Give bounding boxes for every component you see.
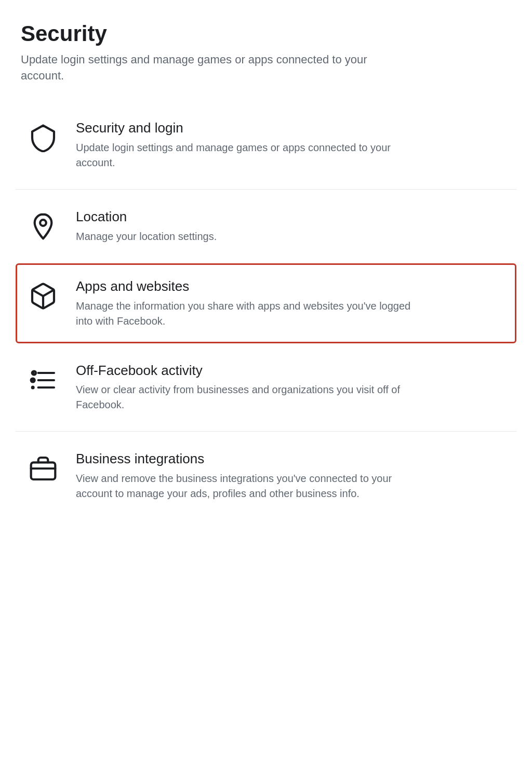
svg-point-0 [40, 220, 46, 226]
svg-point-5 [31, 378, 35, 382]
svg-point-6 [31, 385, 35, 389]
menu-item-title-location: Location [76, 208, 507, 226]
menu-item-desc-security-and-login: Update login settings and manage games o… [76, 140, 429, 170]
page-header: Security Update login settings and manag… [16, 21, 516, 84]
menu-item-security-and-login[interactable]: Security and login Update login settings… [16, 105, 516, 185]
menu-item-title-security-and-login: Security and login [76, 119, 507, 137]
cube-icon [25, 278, 61, 314]
menu-item-text-off-facebook-activity: Off-Facebook activity View or clear acti… [76, 362, 507, 413]
divider [16, 431, 516, 432]
shield-icon [25, 119, 61, 156]
page-subtitle: Update login settings and manage games o… [21, 52, 410, 84]
menu-item-location[interactable]: Location Manage your location settings. [16, 194, 516, 259]
menu-item-title-apps-and-websites: Apps and websites [76, 278, 507, 296]
location-pin-icon [25, 208, 61, 245]
menu-item-text-security-and-login: Security and login Update login settings… [76, 119, 507, 170]
menu-item-off-facebook-activity[interactable]: Off-Facebook activity View or clear acti… [16, 347, 516, 427]
menu-item-desc-business-integrations: View and remove the business integration… [76, 471, 429, 501]
briefcase-icon [25, 450, 61, 487]
menu-item-desc-location: Manage your location settings. [76, 229, 429, 244]
menu-item-text-location: Location Manage your location settings. [76, 208, 507, 244]
menu-item-business-integrations[interactable]: Business integrations View and remove th… [16, 436, 516, 516]
menu-list: Security and login Update login settings… [16, 105, 516, 516]
svg-point-7 [31, 371, 35, 374]
menu-item-title-off-facebook-activity: Off-Facebook activity [76, 362, 507, 380]
settings-list-icon [25, 362, 61, 398]
divider [16, 189, 516, 190]
menu-item-title-business-integrations: Business integrations [76, 450, 507, 468]
menu-item-desc-off-facebook-activity: View or clear activity from businesses a… [76, 382, 429, 412]
menu-item-desc-apps-and-websites: Manage the information you share with ap… [76, 299, 429, 329]
menu-item-text-business-integrations: Business integrations View and remove th… [76, 450, 507, 501]
menu-item-text-apps-and-websites: Apps and websites Manage the information… [76, 278, 507, 329]
menu-item-apps-and-websites[interactable]: Apps and websites Manage the information… [16, 263, 516, 343]
svg-rect-8 [31, 463, 56, 480]
page-title: Security [21, 21, 511, 47]
